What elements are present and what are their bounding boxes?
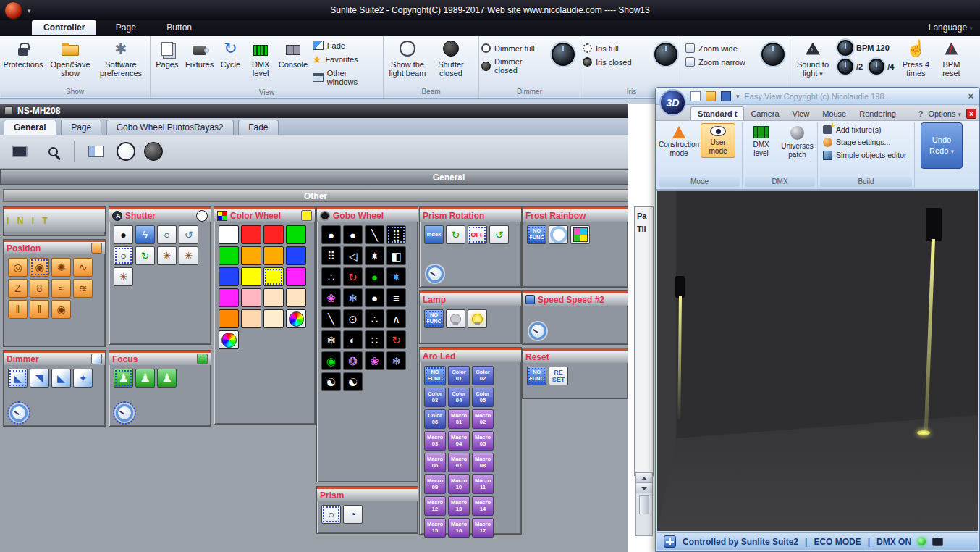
prism-rotation-button[interactable]: ↻ — [446, 225, 465, 244]
gobo-button[interactable]: ≡ — [386, 288, 406, 307]
prism-rotation-button[interactable]: OFF — [468, 225, 487, 244]
beam-closed-preview-button[interactable] — [144, 142, 163, 161]
dimmer-dial[interactable] — [10, 404, 28, 422]
shutter-preset-button[interactable]: ↻ — [135, 246, 155, 265]
fixtures-button[interactable]: Fixtures — [183, 37, 216, 71]
dimmer-preset-button[interactable]: ◣ — [8, 369, 28, 388]
color-swatch-button[interactable] — [219, 288, 239, 307]
zoom-search-button[interactable] — [41, 140, 65, 163]
easyview-3d-viewport[interactable] — [657, 191, 978, 531]
gobo-button[interactable]: ∴ — [365, 309, 384, 328]
color-swatch-button[interactable] — [263, 288, 284, 307]
gobo-button[interactable]: ↻ — [386, 330, 406, 349]
aro-led-button[interactable]: Macro 14 — [472, 496, 494, 516]
position-preset-button[interactable]: 8 — [30, 279, 49, 298]
monitor-icon[interactable] — [932, 538, 943, 546]
color-swatch-button[interactable] — [286, 225, 306, 244]
display-button[interactable] — [7, 140, 32, 163]
shutter-preset-button[interactable]: ✳ — [179, 246, 198, 265]
zoom-narrow-button[interactable]: Zoom narrow — [684, 55, 757, 69]
iris-knob[interactable] — [654, 43, 677, 66]
show-light-beam-button[interactable]: Show the light beam — [384, 37, 431, 80]
gobo-button[interactable]: ❀ — [365, 351, 384, 370]
moving-head-fixture-2[interactable] — [926, 208, 942, 241]
position-preset-button[interactable]: ◉ — [30, 258, 49, 277]
frost-button[interactable] — [570, 225, 590, 244]
dimmer-preset-button[interactable]: ◥ — [30, 369, 49, 388]
aro-led-button[interactable]: Color 01 — [448, 366, 470, 385]
fade-button[interactable]: Fade — [310, 38, 382, 52]
dmx-level-button[interactable]: DMX level — [245, 37, 276, 80]
aro-led-button[interactable]: Macro 06 — [424, 453, 446, 472]
color-swatch-button[interactable] — [241, 246, 261, 265]
construction-mode-button[interactable]: Construction mode — [659, 123, 698, 160]
color-swatch-button[interactable] — [263, 246, 284, 265]
position-header-button[interactable] — [91, 243, 102, 254]
cycle-button[interactable]: ↻Cycle — [216, 37, 245, 71]
gobo-button[interactable]: ❄ — [343, 288, 363, 307]
aro-led-button[interactable]: Color 02 — [472, 366, 494, 385]
dimmer-preset-button[interactable]: ✦ — [73, 369, 93, 388]
tab-gobo-wheel-puntosrayas2[interactable]: Gobo Wheel PuntosRayas2 — [106, 120, 234, 135]
color-swatch-button[interactable] — [241, 267, 261, 286]
div2-knob[interactable] — [837, 59, 853, 75]
tab-controller[interactable]: Controller — [32, 20, 96, 35]
gobo-button[interactable]: ∴ — [321, 267, 341, 286]
tab-button[interactable]: Button — [155, 20, 203, 35]
position-preset-button[interactable]: ≋ — [73, 279, 93, 298]
tab-fade[interactable]: Fade — [238, 120, 278, 135]
scroll-thumb[interactable] — [639, 495, 649, 514]
prism-rotation-dial[interactable] — [426, 265, 444, 283]
aro-led-button[interactable]: Color 06 — [424, 409, 446, 429]
aro-led-button[interactable]: Macro 16 — [448, 518, 470, 538]
bpm-reset-button[interactable]: BPM reset — [934, 37, 968, 80]
quick-access-dropdown-icon[interactable]: ▾ — [28, 1, 31, 21]
other-section-bar[interactable]: Other — [3, 189, 628, 202]
aro-led-button[interactable]: Color 04 — [448, 388, 470, 407]
color-swatch-button[interactable] — [241, 309, 261, 328]
position-preset-button[interactable]: ≈ — [51, 279, 71, 298]
gobo-button[interactable]: ● — [321, 225, 341, 244]
bpm-knob[interactable] — [837, 40, 853, 56]
focus-preset-button[interactable]: ♟ — [157, 369, 177, 388]
easyview-titlebar[interactable]: ▾ Easy View Copyright (c) Nicolaudie 198… — [656, 88, 979, 105]
focus-header-button[interactable] — [197, 354, 208, 364]
pages-button[interactable]: Pages — [151, 37, 183, 71]
scroll-up-icon[interactable] — [636, 473, 652, 483]
lamp-button[interactable] — [468, 309, 487, 328]
toolbar-dropdown-icon[interactable]: ▾ — [736, 93, 740, 100]
color-swatch-button[interactable] — [263, 309, 284, 328]
gobo-button[interactable]: ❄ — [386, 351, 406, 370]
color-swatch-button[interactable] — [219, 225, 239, 244]
lamp-button[interactable] — [446, 309, 465, 328]
color-wheel-header-button[interactable] — [301, 210, 312, 221]
prism-rotation-button[interactable]: Index — [424, 225, 444, 244]
aro-led-button[interactable]: Macro 12 — [424, 496, 446, 516]
gobo-button[interactable]: ☯ — [343, 372, 363, 391]
tab-page[interactable]: Page — [104, 20, 148, 35]
ev-tab-standard[interactable]: Standard t — [690, 106, 744, 120]
aro-led-button[interactable]: Macro 01 — [448, 409, 470, 429]
lamp-button[interactable]: NO FUNC — [424, 309, 444, 328]
aro-led-button[interactable]: Color 05 — [472, 388, 494, 407]
aro-led-button[interactable]: Macro 02 — [472, 409, 494, 429]
gobo-button[interactable]: ╲ — [321, 309, 341, 328]
undo-redo-button[interactable]: Undo Redo ▾ — [921, 122, 963, 169]
aro-led-button[interactable]: NO FUNC — [424, 366, 446, 385]
iris-full-button[interactable]: Iris full — [581, 41, 650, 55]
gobo-button[interactable]: ◁ — [343, 246, 363, 265]
aro-led-button[interactable]: Macro 03 — [424, 431, 446, 451]
div4-knob[interactable] — [869, 59, 884, 75]
aro-led-button[interactable]: Macro 04 — [448, 431, 470, 451]
protections-button[interactable]: Protections — [1, 37, 46, 71]
language-menu[interactable]: Language ▾ — [929, 22, 973, 33]
open-save-show-button[interactable]: Open/Save show — [46, 37, 95, 80]
color-swatch-button[interactable] — [219, 309, 239, 328]
color-swatch-button[interactable] — [286, 309, 306, 328]
color-swatch-button[interactable] — [263, 225, 284, 244]
reset-button[interactable]: NO FUNC — [527, 367, 546, 385]
shutter-open-preview[interactable] — [196, 210, 208, 222]
close-view-icon[interactable]: × — [966, 109, 976, 119]
dimmer-preset-button[interactable]: ◣ — [51, 369, 71, 388]
tab-fixture-page[interactable]: Page — [61, 120, 101, 135]
